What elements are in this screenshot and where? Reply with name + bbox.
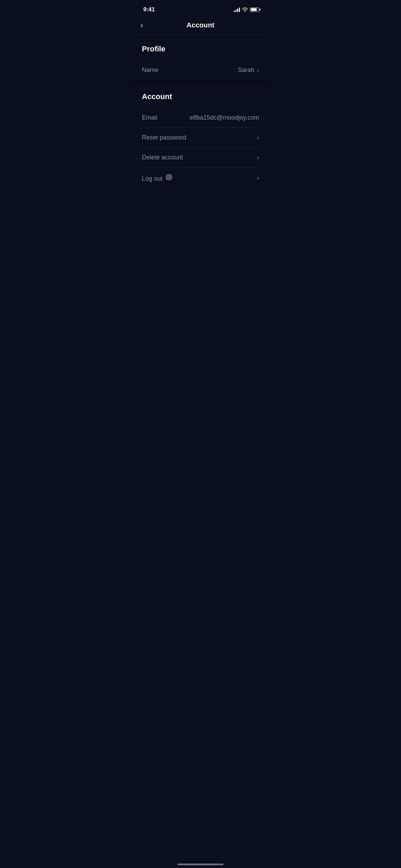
email-value: e8ba15dc@moodjoy.com xyxy=(190,114,259,121)
reset-password-label: Reset password xyxy=(142,134,186,141)
status-time: 9:41 xyxy=(143,6,155,13)
email-item[interactable]: Email e8ba15dc@moodjoy.com xyxy=(142,108,259,128)
delete-account-item[interactable]: Delete account › xyxy=(142,148,259,168)
signal-icon xyxy=(234,7,240,12)
delete-account-chevron-icon: › xyxy=(257,154,259,161)
log-out-label: Log out xyxy=(142,174,172,182)
back-chevron-icon: ‹ xyxy=(141,22,143,29)
email-value-container: e8ba15dc@moodjoy.com xyxy=(190,114,259,121)
profile-section-title: Profile xyxy=(142,45,259,53)
name-item[interactable]: Name Sarah › xyxy=(142,60,259,80)
name-value-container: Sarah › xyxy=(238,67,259,74)
account-section: Account Email e8ba15dc@moodjoy.com Reset… xyxy=(134,83,267,189)
log-out-value-container: › xyxy=(257,174,259,182)
battery-icon xyxy=(250,8,259,12)
touch-indicator xyxy=(166,174,172,181)
profile-section: Profile Name Sarah › xyxy=(134,35,267,80)
svg-point-0 xyxy=(244,11,245,12)
wifi-icon xyxy=(242,8,248,12)
status-icons xyxy=(234,7,259,12)
back-button[interactable]: ‹ xyxy=(141,22,143,29)
name-chevron-icon: › xyxy=(257,67,259,74)
account-section-title: Account xyxy=(142,92,259,101)
log-out-item[interactable]: Log out › xyxy=(142,168,259,189)
name-value: Sarah xyxy=(238,67,254,74)
delete-account-value-container: › xyxy=(257,154,259,161)
page-title: Account xyxy=(186,21,214,29)
reset-password-chevron-icon: › xyxy=(257,134,259,141)
reset-password-item[interactable]: Reset password › xyxy=(142,128,259,148)
status-bar: 9:41 xyxy=(134,0,267,17)
section-divider xyxy=(134,80,267,83)
reset-password-value-container: › xyxy=(257,134,259,141)
nav-header: ‹ Account xyxy=(134,17,267,35)
log-out-chevron-icon: › xyxy=(257,174,259,182)
email-label: Email xyxy=(142,114,157,121)
name-label: Name xyxy=(142,67,158,74)
delete-account-label: Delete account xyxy=(142,154,183,161)
